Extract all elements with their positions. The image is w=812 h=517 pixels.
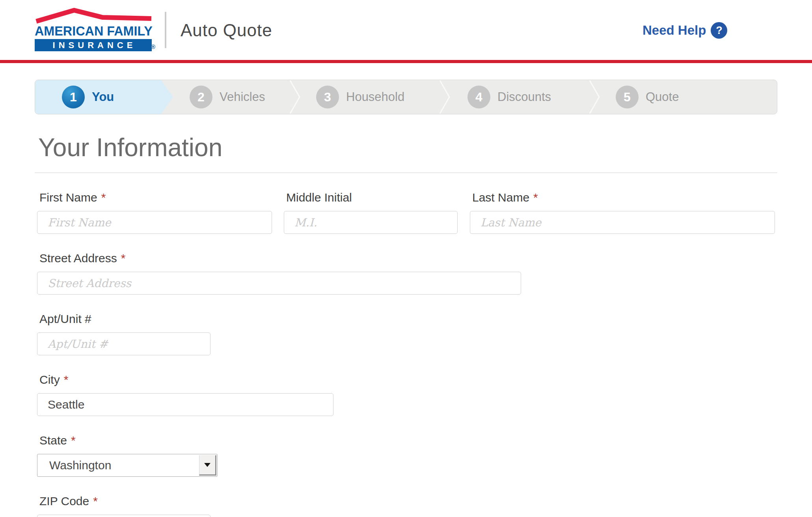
logo-roof-icon [35,8,153,24]
logo-name: AMERICAN FAMILY [35,24,151,39]
city-input[interactable] [37,393,333,416]
field-group-city: City* [37,372,775,416]
step-number-badge: 3 [316,86,339,108]
field-group-last-name: Last Name* [470,190,775,234]
page-title: Auto Quote [181,21,272,40]
need-help-link[interactable]: Need Help ? [643,22,727,39]
amfam-logo: AMERICAN FAMILY INSURANCE ® [35,8,153,51]
step-number-badge: 5 [616,86,639,108]
step-chevron-icon [289,80,301,114]
step-quote[interactable]: 5 Quote [594,80,777,114]
required-asterisk: * [121,252,126,265]
field-group-apt-unit: Apt/Unit # [37,311,775,355]
step-discounts[interactable]: 4 Discounts [444,80,594,114]
logo-insurance-bar: INSURANCE ® [35,39,152,51]
first-name-input[interactable] [37,211,272,234]
name-fields-row: First Name* Middle Initial Last Name* [37,190,775,234]
section-heading: Your Information [38,135,777,160]
section-divider [35,172,777,173]
required-asterisk: * [93,495,98,508]
zip-input[interactable] [37,515,210,517]
step-label: You [92,90,114,104]
your-information-form: First Name* Middle Initial Last Name* St… [37,190,775,517]
required-asterisk: * [71,434,76,447]
step-label: Discounts [497,90,551,104]
step-vehicles[interactable]: 2 Vehicles [161,80,294,114]
state-select-value: Washington [37,459,111,472]
logo-insurance-text: INSURANCE [53,40,136,50]
accent-line [0,60,812,63]
step-household[interactable]: 3 Household [294,80,444,114]
field-group-street-address: Street Address* [37,250,775,295]
last-name-label: Last Name* [470,190,775,205]
help-icon[interactable]: ? [711,22,727,39]
step-number-badge: 4 [467,86,490,108]
street-address-label: Street Address* [37,250,775,266]
field-group-state: State* Washington [37,433,775,477]
city-label: City* [37,372,775,388]
apt-unit-label: Apt/Unit # [37,311,775,327]
field-group-first-name: First Name* [37,190,272,234]
apt-unit-input[interactable] [37,332,210,355]
zip-label: ZIP Code* [37,493,775,509]
step-number-badge: 1 [62,86,85,108]
registered-mark-icon: ® [151,41,159,53]
step-chevron-icon [439,80,451,114]
progress-stepper: 1 You 2 Vehicles 3 Household 4 Discounts… [35,80,777,114]
street-address-input[interactable] [37,272,521,295]
step-you[interactable]: 1 You [35,80,161,114]
step-number-badge: 2 [190,86,212,108]
middle-initial-input[interactable] [284,211,458,234]
step-label: Quote [646,90,679,104]
step-label: Household [346,90,404,104]
header: AMERICAN FAMILY INSURANCE ® Auto Quote N… [0,0,812,60]
field-group-zip: ZIP Code* [37,493,775,517]
need-help-label: Need Help [643,23,706,38]
state-select[interactable]: Washington [37,454,218,477]
middle-initial-label: Middle Initial [284,190,458,205]
field-group-middle-initial: Middle Initial [284,190,458,234]
last-name-input[interactable] [470,211,775,234]
first-name-label: First Name* [37,190,272,205]
dropdown-arrow-icon[interactable] [199,455,216,476]
state-label: State* [37,433,775,448]
required-asterisk: * [64,373,69,386]
required-asterisk: * [533,191,538,204]
step-label: Vehicles [220,90,265,104]
step-chevron-icon [589,80,600,114]
header-divider [165,12,166,48]
required-asterisk: * [101,191,106,204]
